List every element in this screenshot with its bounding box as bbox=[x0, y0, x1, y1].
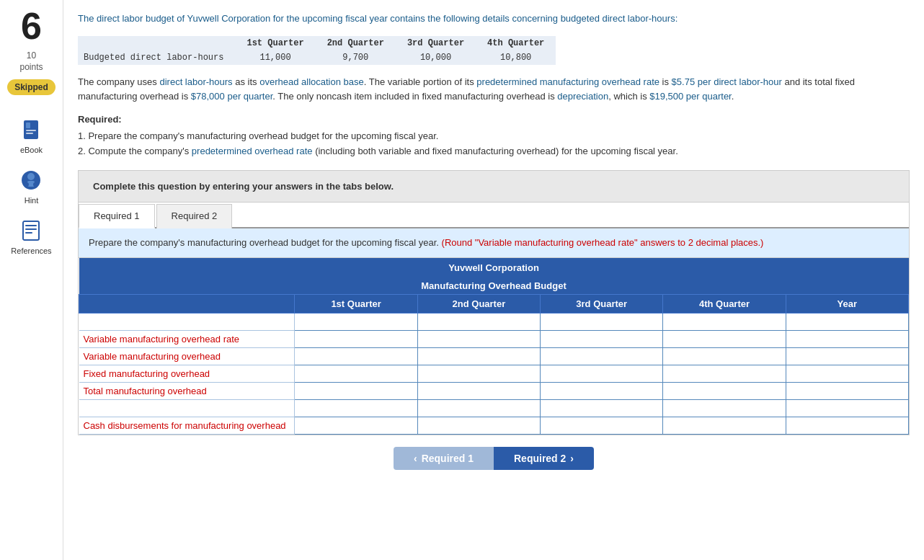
input-cd-year[interactable] bbox=[786, 417, 908, 434]
input-e-q2[interactable] bbox=[417, 399, 540, 417]
input-vmor-q3[interactable] bbox=[541, 330, 663, 347]
input-fmo-q3[interactable] bbox=[541, 365, 663, 382]
input-field[interactable] bbox=[422, 419, 536, 431]
input-r0-q4[interactable] bbox=[663, 313, 786, 330]
input-r0-year[interactable] bbox=[786, 313, 908, 330]
input-field[interactable] bbox=[299, 333, 412, 345]
input-r0-q2[interactable] bbox=[417, 313, 540, 330]
input-cd-q2[interactable] bbox=[417, 417, 540, 434]
input-field[interactable] bbox=[545, 402, 658, 414]
input-vmo-q3[interactable] bbox=[541, 347, 663, 365]
main-content: The direct labor budget of Yuvwell Corpo… bbox=[63, 0, 924, 560]
input-fmo-q4[interactable] bbox=[663, 365, 786, 382]
input-field[interactable] bbox=[422, 402, 536, 414]
table-row bbox=[79, 399, 909, 417]
budget-title2: Manufacturing Overhead Budget bbox=[79, 277, 909, 295]
col-header-label bbox=[79, 294, 295, 313]
input-field[interactable] bbox=[545, 385, 658, 396]
input-field[interactable] bbox=[299, 368, 412, 379]
input-fmo-q1[interactable] bbox=[295, 365, 417, 382]
table-row: Total manufacturing overhead bbox=[79, 382, 909, 399]
input-field[interactable] bbox=[791, 402, 904, 414]
input-field[interactable] bbox=[667, 402, 781, 414]
input-vmo-q2[interactable] bbox=[417, 347, 540, 365]
input-r0-q1[interactable] bbox=[295, 313, 417, 330]
tabs-row: Required 1 Required 2 bbox=[79, 203, 909, 228]
input-e-q1[interactable] bbox=[295, 399, 417, 417]
input-field[interactable] bbox=[299, 419, 412, 431]
tab-required2[interactable]: Required 2 bbox=[156, 204, 233, 228]
input-field[interactable] bbox=[422, 350, 536, 362]
prev-arrow-icon: ‹ bbox=[414, 453, 417, 464]
input-field[interactable] bbox=[545, 316, 658, 327]
input-tmo-q3[interactable] bbox=[541, 382, 663, 399]
points-label: 10 bbox=[27, 50, 36, 61]
input-vmo-year[interactable] bbox=[786, 347, 908, 365]
input-field[interactable] bbox=[545, 333, 658, 345]
input-field[interactable] bbox=[667, 368, 781, 379]
question-number: 6 bbox=[21, 7, 42, 45]
input-tmo-year[interactable] bbox=[786, 382, 908, 399]
lh-val-q4: 10,800 bbox=[476, 50, 556, 65]
sidebar-icons: eBook Hint bbox=[11, 117, 51, 255]
input-field[interactable] bbox=[422, 368, 536, 379]
col-header-q2: 2nd Quarter bbox=[417, 294, 540, 313]
input-r0-q3[interactable] bbox=[541, 313, 663, 330]
next-button[interactable]: Required 2 › bbox=[494, 447, 594, 470]
input-field[interactable] bbox=[791, 350, 904, 362]
references-icon bbox=[18, 218, 44, 244]
input-field[interactable] bbox=[422, 316, 536, 327]
input-vmo-q4[interactable] bbox=[663, 347, 786, 365]
input-field[interactable] bbox=[422, 385, 536, 396]
input-vmor-q1[interactable] bbox=[295, 330, 417, 347]
row-label-0 bbox=[79, 313, 295, 330]
input-tmo-q2[interactable] bbox=[417, 382, 540, 399]
input-field[interactable] bbox=[791, 316, 904, 327]
input-field[interactable] bbox=[667, 316, 781, 327]
input-fmo-year[interactable] bbox=[786, 365, 908, 382]
input-tmo-q1[interactable] bbox=[295, 382, 417, 399]
input-vmor-q2[interactable] bbox=[417, 330, 540, 347]
input-field[interactable] bbox=[667, 385, 781, 396]
budget-title1: Yuvwell Corporation bbox=[79, 258, 909, 277]
input-field[interactable] bbox=[545, 350, 658, 362]
input-vmor-year[interactable] bbox=[786, 330, 908, 347]
input-field[interactable] bbox=[791, 333, 904, 345]
input-cd-q4[interactable] bbox=[663, 417, 786, 434]
input-field[interactable] bbox=[299, 350, 412, 362]
input-field[interactable] bbox=[791, 419, 904, 431]
input-e-year[interactable] bbox=[786, 399, 908, 417]
row-label-vmor: Variable manufacturing overhead rate bbox=[79, 330, 295, 347]
input-tmo-q4[interactable] bbox=[663, 382, 786, 399]
input-field[interactable] bbox=[545, 419, 658, 431]
input-field[interactable] bbox=[667, 350, 781, 362]
sidebar-item-ebook[interactable]: eBook bbox=[18, 117, 44, 154]
required-item-2: 2. Compute the company's predetermined o… bbox=[78, 144, 910, 159]
prev-button[interactable]: ‹ Required 1 bbox=[394, 447, 494, 470]
labor-hours-table: 1st Quarter 2nd Quarter 3rd Quarter 4th … bbox=[78, 36, 556, 65]
input-field[interactable] bbox=[545, 368, 658, 379]
input-cd-q1[interactable] bbox=[295, 417, 417, 434]
prev-label: Required 1 bbox=[422, 453, 474, 464]
input-field[interactable] bbox=[791, 368, 904, 379]
input-vmo-q1[interactable] bbox=[295, 347, 417, 365]
input-cd-q3[interactable] bbox=[541, 417, 663, 434]
tab-required1[interactable]: Required 1 bbox=[79, 204, 155, 228]
sidebar-item-references[interactable]: References bbox=[11, 218, 51, 255]
input-vmor-q4[interactable] bbox=[663, 330, 786, 347]
input-fmo-q2[interactable] bbox=[417, 365, 540, 382]
input-field[interactable] bbox=[667, 333, 781, 345]
input-field[interactable] bbox=[299, 385, 412, 396]
input-field[interactable] bbox=[422, 333, 536, 345]
input-field[interactable] bbox=[667, 419, 781, 431]
input-field[interactable] bbox=[299, 316, 412, 327]
input-field[interactable] bbox=[791, 385, 904, 396]
input-field[interactable] bbox=[299, 402, 412, 414]
points-value: points bbox=[19, 62, 43, 72]
svg-rect-2 bbox=[26, 130, 36, 131]
sidebar-item-hint[interactable]: Hint bbox=[18, 167, 44, 205]
input-e-q3[interactable] bbox=[541, 399, 663, 417]
svg-rect-1 bbox=[26, 123, 30, 128]
input-e-q4[interactable] bbox=[663, 399, 786, 417]
row-label-empty bbox=[79, 399, 295, 417]
